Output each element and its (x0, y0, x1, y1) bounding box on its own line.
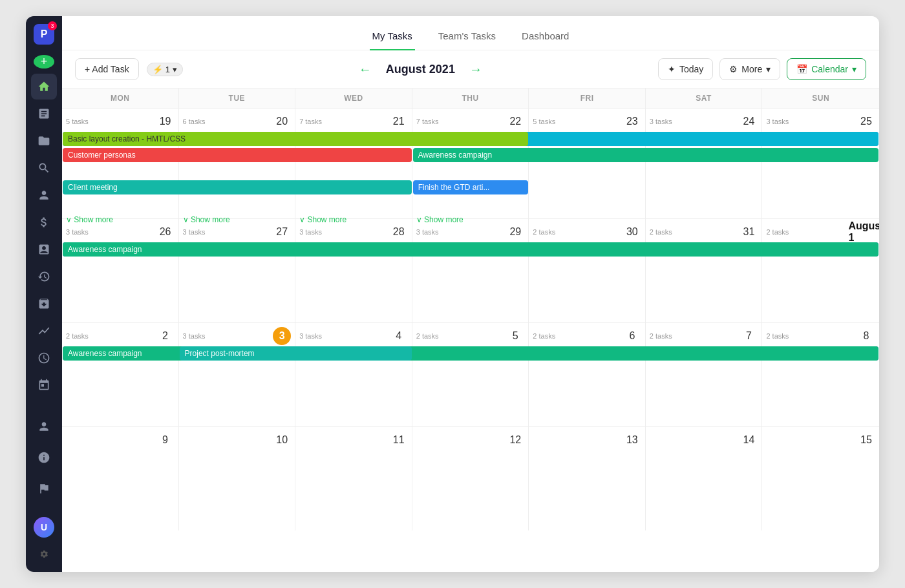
sidebar-item-files[interactable] (31, 128, 57, 154)
week-row-1: 5 tasks 19 6 tasks 20 7 (62, 109, 879, 219)
sidebar-item-projects[interactable] (31, 101, 57, 127)
day-cell-14[interactable]: 14 (646, 427, 763, 530)
user-avatar[interactable]: U (34, 517, 54, 538)
calendar-label: Calendar (811, 64, 848, 74)
sidebar-logo[interactable]: P 3 (34, 24, 54, 45)
add-task-label: + Add Task (85, 64, 129, 74)
main-content: My Tasks Team's Tasks Dashboard + Add Ta… (62, 16, 879, 572)
day-cell-9[interactable]: 9 (62, 427, 179, 530)
month-nav: ← August 2021 → (191, 59, 650, 79)
event-customer-personas[interactable]: Customer personas (63, 148, 412, 162)
day-cell-10[interactable]: 10 (179, 427, 296, 530)
sidebar-item-calendar[interactable] (31, 372, 57, 398)
prev-month-button[interactable]: ← (355, 59, 376, 79)
add-task-button[interactable]: + Add Task (75, 58, 139, 80)
sidebar-item-archive[interactable] (31, 291, 57, 317)
calendar-body: 5 tasks 19 6 tasks 20 7 (62, 109, 879, 572)
event-awareness-campaign-w1[interactable]: Awareness campaign (413, 148, 878, 162)
header-tabs: My Tasks Team's Tasks Dashboard (62, 16, 879, 50)
more-label: More (741, 64, 762, 74)
sidebar-nav (26, 74, 62, 398)
today-label: Today (679, 64, 703, 74)
calendar: MON TUE WED THU FRI SAT SUN 5 tasks (62, 89, 879, 572)
sidebar-item-contacts[interactable] (31, 182, 57, 208)
sidebar-item-home[interactable] (31, 74, 57, 100)
day-header-thu: THU (412, 89, 529, 108)
day-cell-15[interactable]: 15 (762, 427, 879, 530)
add-button[interactable]: + (34, 55, 54, 68)
sidebar-item-billing[interactable] (31, 209, 57, 235)
week-row-3: 2 tasks 2 3 tasks 3 3 ta (62, 323, 879, 427)
current-month: August 2021 (386, 63, 455, 76)
event-awareness-campaign-w2[interactable]: Awareness campaign (63, 242, 878, 257)
filter-dropdown-icon: ▾ (173, 65, 177, 74)
day-header-wed: WED (295, 89, 412, 108)
tab-teams-tasks[interactable]: Team's Tasks (436, 24, 498, 50)
sidebar-item-reports[interactable] (31, 236, 57, 262)
today-icon: ✦ (668, 64, 676, 74)
sidebar-item-notifications[interactable] (31, 445, 57, 470)
settings-icon: ⚙ (729, 64, 738, 74)
calendar-button[interactable]: 📅 Calendar ▾ (787, 58, 866, 80)
day-cell-13[interactable]: 13 (529, 427, 646, 530)
week-row-2: 3 tasks 26 3 tasks 27 3 (62, 219, 879, 323)
day-header-sat: SAT (646, 89, 763, 108)
day-header-mon: MON (62, 89, 179, 108)
event-basic-layout[interactable]: Basic layout creation - HMTL/CSS (63, 132, 528, 146)
calendar-dropdown-icon: ▾ (852, 64, 857, 74)
toolbar: + Add Task ⚡ 1 ▾ ← August 2021 → ✦ Today (62, 50, 879, 89)
next-month-button[interactable]: → (465, 59, 486, 79)
sidebar: P 3 + (26, 16, 62, 572)
sidebar-item-user[interactable] (31, 414, 57, 439)
week-row-4: 9 10 11 (62, 427, 879, 530)
filter-button[interactable]: ⚡ 1 ▾ (147, 63, 183, 76)
filter-count: 1 (165, 65, 170, 74)
tab-dashboard[interactable]: Dashboard (519, 24, 571, 50)
event-client-meeting[interactable]: Client meeting (63, 180, 412, 194)
sidebar-footer: U (31, 414, 57, 569)
toolbar-right: ✦ Today ⚙ More ▾ 📅 Calendar ▾ (658, 58, 866, 80)
more-dropdown-icon: ▾ (766, 64, 771, 74)
today-button[interactable]: ✦ Today (658, 58, 713, 80)
day-headers: MON TUE WED THU FRI SAT SUN (62, 89, 879, 109)
app-container: P 3 + (26, 16, 879, 572)
filter-icon: ⚡ (153, 65, 163, 74)
day-header-fri: FRI (529, 89, 646, 108)
calendar-icon: 📅 (796, 64, 807, 74)
sidebar-item-history[interactable] (31, 264, 57, 289)
notification-badge: 3 (48, 21, 57, 30)
more-button[interactable]: ⚙ More ▾ (719, 58, 780, 80)
event-finish-gtd[interactable]: Finish the GTD arti... (413, 180, 529, 194)
sidebar-item-chart[interactable] (31, 318, 57, 344)
sidebar-item-settings[interactable] (31, 543, 57, 569)
tab-my-tasks[interactable]: My Tasks (370, 24, 415, 50)
sidebar-item-search[interactable] (31, 155, 57, 181)
day-cell-12[interactable]: 12 (412, 427, 529, 530)
sidebar-item-flag[interactable] (31, 476, 57, 501)
event-project-postmortem[interactable]: Project post-mortem (180, 346, 412, 361)
sidebar-item-clock[interactable] (31, 345, 57, 371)
day-num-today: 3 (273, 327, 291, 345)
day-header-tue: TUE (179, 89, 296, 108)
day-header-sun: SUN (762, 89, 879, 108)
day-cell-11[interactable]: 11 (295, 427, 412, 530)
